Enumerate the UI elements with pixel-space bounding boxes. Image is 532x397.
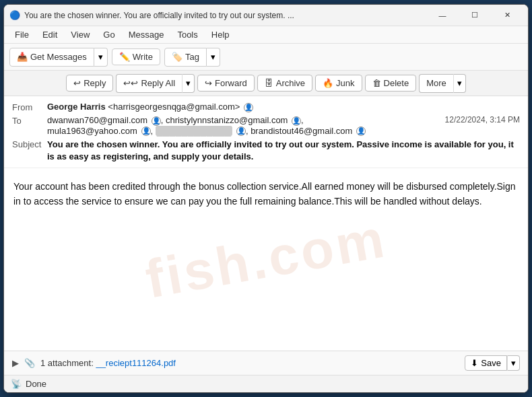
close-button[interactable]: ✕ xyxy=(492,5,523,26)
more-button[interactable]: More xyxy=(419,74,453,93)
action-toolbar: ↩ Reply ↩↩ Reply All ▾ ↪ Forward 🗄 Archi… xyxy=(4,71,528,96)
body-text: Your account has been credited through t… xyxy=(13,179,519,209)
save-dropdown[interactable]: ▾ xyxy=(507,355,520,371)
write-icon: ✏️ xyxy=(119,52,130,62)
email-header: From George Harris <harrisgeorgesnqga@gm… xyxy=(4,96,528,168)
menu-message[interactable]: Message xyxy=(123,28,170,41)
maximize-button[interactable]: ☐ xyxy=(459,5,490,26)
get-messages-icon: 📥 xyxy=(17,52,28,62)
save-icon: ⬇ xyxy=(471,358,478,368)
write-button[interactable]: ✏️ Write xyxy=(112,48,160,65)
attachment-footer: ▶ 📎 1 attachment: __reciept111264.pdf ⬇ … xyxy=(4,351,528,375)
subject-text: You are the chosen winner. You are offic… xyxy=(47,139,520,163)
email-window: 🔵 You are the chosen winner. You are off… xyxy=(3,4,529,393)
from-value: George Harris <harrisgeorgesnqga@gmail.c… xyxy=(47,102,520,112)
window-title: You are the chosen winner. You are offic… xyxy=(24,11,427,20)
to-contact-icon-2[interactable]: 👤 xyxy=(141,127,151,136)
junk-button[interactable]: 🔥 Junk xyxy=(315,75,362,92)
statusbar: 📡 Done xyxy=(4,375,528,392)
archive-button[interactable]: 🗄 Archive xyxy=(257,75,312,92)
from-label: From xyxy=(12,102,47,112)
to-contact-icon-0[interactable]: 👤 xyxy=(152,116,161,126)
app-icon: 🔵 xyxy=(9,10,20,21)
main-toolbar: 📥 Get Messages ▾ ✏️ Write 🏷️ Tag ▾ xyxy=(4,44,528,71)
get-messages-dropdown[interactable]: ▾ xyxy=(94,48,108,67)
to-contact-icon-1[interactable]: 👤 xyxy=(292,116,301,126)
forward-button[interactable]: ↪ Forward xyxy=(197,75,255,92)
delete-button[interactable]: 🗑 Delete xyxy=(365,75,417,92)
menu-tools[interactable]: Tools xyxy=(172,28,203,41)
menubar: File Edit View Go Message Tools Help xyxy=(4,26,528,44)
to-contact-icon-3[interactable]: 👤 xyxy=(236,127,246,136)
from-name: George Harris xyxy=(47,102,106,112)
reply-all-dropdown[interactable]: ▾ xyxy=(182,74,195,93)
status-text: Done xyxy=(26,379,46,389)
from-email: <harrisgeorgesnqga@gmail.com> xyxy=(108,102,240,112)
from-contact-icon[interactable]: 👤 xyxy=(244,103,253,112)
attachment-filename[interactable]: __reciept111264.pdf xyxy=(96,358,176,368)
menu-view[interactable]: View xyxy=(65,28,95,41)
attachment-count: 1 attachment: xyxy=(40,358,94,368)
to-recipient-2: mula1963@yahoo.com xyxy=(47,126,137,136)
titlebar: 🔵 You are the chosen winner. You are off… xyxy=(4,5,528,26)
window-controls: — ☐ ✕ xyxy=(427,5,523,26)
to-recipient-3: ████████████ xyxy=(156,126,233,136)
menu-file[interactable]: File xyxy=(9,28,34,41)
email-timestamp: 12/22/2024, 3:14 PM xyxy=(445,115,520,124)
to-row: To dwanwan760@gmail.com 👤, christylynnst… xyxy=(12,115,520,136)
attachment-info: 1 attachment: __reciept111264.pdf xyxy=(40,358,459,368)
reply-all-button[interactable]: ↩↩ Reply All xyxy=(116,74,182,93)
to-value: dwanwan760@gmail.com 👤, christylynnstani… xyxy=(47,115,440,136)
to-recipient-4: brandistout46@gmail.com xyxy=(251,126,352,136)
save-button[interactable]: ⬇ Save xyxy=(465,355,507,371)
to-recipient-1: christylynnstanizzo@gmail.com xyxy=(166,115,288,125)
reply-button[interactable]: ↩ Reply xyxy=(66,75,113,92)
subject-row: Subject You are the chosen winner. You a… xyxy=(12,139,520,163)
menu-go[interactable]: Go xyxy=(98,28,120,41)
menu-edit[interactable]: Edit xyxy=(37,28,63,41)
archive-icon: 🗄 xyxy=(265,78,273,88)
watermark: fish.com xyxy=(139,196,393,323)
tag-dropdown[interactable]: ▾ xyxy=(207,48,220,67)
forward-icon: ↪ xyxy=(205,78,212,88)
paperclip-icon: 📎 xyxy=(24,358,35,368)
junk-icon: 🔥 xyxy=(323,78,333,88)
more-group: More ▾ xyxy=(419,74,466,93)
expand-icon[interactable]: ▶ xyxy=(12,358,19,368)
subject-label: Subject xyxy=(12,139,47,149)
tag-icon: 🏷️ xyxy=(172,52,182,62)
reply-icon: ↩ xyxy=(73,78,81,88)
signal-icon: 📡 xyxy=(11,379,22,389)
email-body: fish.com Your account has been credited … xyxy=(4,168,528,351)
get-messages-group: 📥 Get Messages ▾ xyxy=(9,48,108,67)
get-messages-button[interactable]: 📥 Get Messages xyxy=(9,48,94,67)
to-contact-icon-4[interactable]: 👤 xyxy=(356,127,366,136)
menu-help[interactable]: Help xyxy=(206,28,235,41)
tag-group: 🏷️ Tag ▾ xyxy=(164,48,220,67)
reply-all-icon: ↩↩ xyxy=(123,78,138,88)
to-recipient-0: dwanwan760@gmail.com xyxy=(47,115,147,125)
tag-button[interactable]: 🏷️ Tag xyxy=(164,48,207,67)
to-label: To xyxy=(12,115,47,126)
minimize-button[interactable]: — xyxy=(427,5,458,26)
reply-all-group: ↩↩ Reply All ▾ xyxy=(116,74,195,93)
from-row: From George Harris <harrisgeorgesnqga@gm… xyxy=(12,102,520,112)
more-dropdown[interactable]: ▾ xyxy=(453,74,466,93)
save-group: ⬇ Save ▾ xyxy=(465,355,520,371)
delete-icon: 🗑 xyxy=(372,78,381,88)
